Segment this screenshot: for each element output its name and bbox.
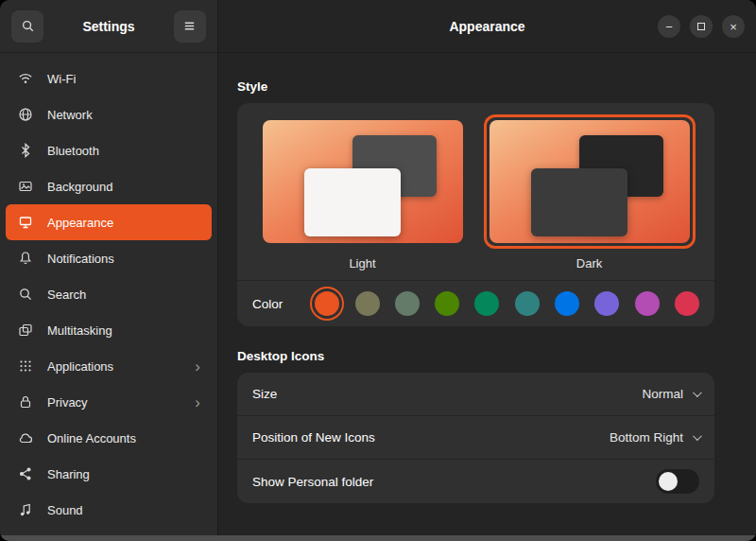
sidebar-item-label: Network: [47, 108, 93, 122]
sidebar-item-label: Sound: [47, 503, 83, 517]
minimize-button[interactable]: −: [658, 15, 680, 38]
position-label: Position of New Icons: [252, 430, 375, 445]
sidebar-item-label: Sharing: [47, 467, 90, 481]
sidebar-item-privacy[interactable]: Privacy ›: [6, 384, 212, 420]
accent-swatch-magenta[interactable]: [635, 291, 660, 316]
position-dropdown[interactable]: Bottom Right: [610, 430, 699, 445]
lock-icon: [17, 393, 34, 410]
preview-front-window: [531, 168, 627, 237]
position-value: Bottom Right: [610, 430, 683, 445]
accent-swatch-olive[interactable]: [435, 291, 459, 316]
sidebar-title: Settings: [82, 19, 134, 34]
light-theme-label: Light: [349, 256, 375, 270]
size-row: Size Normal: [237, 373, 714, 416]
accent-swatch-orange[interactable]: [315, 291, 339, 316]
sidebar-item-label: Privacy: [47, 395, 88, 410]
theme-tile-dark-frame: [484, 114, 696, 249]
sidebar-header: Settings: [0, 0, 217, 53]
chevron-right-icon: ›: [195, 394, 200, 410]
dark-theme-label: Dark: [576, 256, 602, 270]
sidebar-item-label: Notifications: [47, 252, 114, 266]
personal-folder-row: Show Personal folder: [237, 460, 714, 503]
position-row: Position of New Icons Bottom Right: [237, 416, 714, 460]
sidebar-item-label: Applications: [47, 359, 113, 374]
network-icon: [17, 106, 34, 123]
search-button[interactable]: [11, 10, 43, 43]
bluetooth-icon: [17, 142, 34, 159]
dark-theme-preview: [490, 120, 690, 243]
theme-tile-light[interactable]: Light: [257, 114, 469, 280]
music-note-icon: [17, 501, 34, 518]
sidebar-item-bluetooth[interactable]: Bluetooth: [6, 132, 212, 168]
size-value: Normal: [642, 387, 683, 401]
window-controls: − ×: [658, 0, 745, 53]
sidebar-item-online-accounts[interactable]: Online Accounts: [6, 420, 212, 456]
theme-tile-light-frame: [257, 114, 469, 249]
page-title: Appearance: [449, 19, 524, 34]
sidebar-list: Wi-Fi Network Bluetooth Background: [0, 53, 217, 528]
sidebar-item-label: Bluetooth: [47, 144, 99, 158]
content-pane: Appearance − × Style: [218, 0, 756, 541]
appearance-icon: [17, 214, 34, 231]
sidebar-item-applications[interactable]: Applications ›: [6, 348, 212, 384]
accent-swatch-prussian-green[interactable]: [515, 291, 540, 316]
sidebar-item-label: Wi-Fi: [47, 72, 76, 86]
sidebar-item-label: Multitasking: [47, 323, 112, 338]
size-dropdown[interactable]: Normal: [642, 387, 699, 401]
theme-tile-dark[interactable]: Dark: [484, 114, 696, 280]
sidebar-item-wifi[interactable]: Wi-Fi: [6, 61, 212, 96]
accent-swatch-sage[interactable]: [395, 291, 420, 316]
close-button[interactable]: ×: [722, 15, 745, 38]
share-icon: [17, 465, 34, 482]
style-section-heading: Style: [237, 79, 714, 94]
desktop-icons-heading: Desktop Icons: [237, 349, 714, 363]
personal-folder-toggle[interactable]: [656, 469, 699, 494]
chevron-down-icon: [693, 388, 702, 397]
sidebar-item-label: Online Accounts: [47, 431, 136, 445]
color-label: Color: [252, 297, 283, 311]
multitasking-icon: [17, 322, 34, 339]
minimize-icon: −: [665, 21, 673, 33]
search-icon: [19, 18, 36, 35]
window-bottom-edge: [0, 535, 756, 541]
menu-button[interactable]: [174, 10, 206, 43]
desktop-icons-card: Size Normal Position of New Icons Bottom…: [237, 373, 714, 503]
accent-swatch-purple[interactable]: [594, 291, 619, 316]
accent-swatches: [315, 291, 699, 316]
accent-color-row: Color: [237, 281, 714, 326]
hamburger-icon: [181, 18, 198, 35]
bell-icon: [17, 250, 34, 267]
accent-swatch-bark[interactable]: [355, 291, 380, 316]
sidebar-item-search[interactable]: Search: [6, 276, 212, 312]
cloud-icon: [17, 429, 34, 446]
main-scroll-area: Style Light: [218, 53, 756, 503]
accent-swatch-viridian[interactable]: [474, 291, 499, 316]
sidebar-item-notifications[interactable]: Notifications: [6, 240, 212, 276]
sidebar-item-label: Appearance: [47, 216, 113, 230]
sidebar-item-appearance[interactable]: Appearance: [6, 204, 212, 240]
preview-front-window: [304, 168, 401, 237]
close-icon: ×: [730, 21, 737, 33]
accent-swatch-red[interactable]: [675, 291, 699, 316]
sidebar-item-network[interactable]: Network: [6, 96, 212, 132]
search-icon: [17, 286, 34, 303]
sidebar-item-label: Search: [47, 288, 86, 302]
settings-window: Settings Wi-Fi Network: [0, 0, 756, 541]
style-card: Light Dark Color: [237, 103, 714, 326]
sidebar-item-multitasking[interactable]: Multitasking: [6, 312, 212, 348]
sidebar-item-label: Background: [47, 180, 112, 194]
wifi-icon: [17, 70, 34, 87]
chevron-down-icon: [693, 431, 702, 441]
accent-swatch-blue[interactable]: [555, 291, 579, 316]
sidebar-item-background[interactable]: Background: [6, 168, 212, 204]
sidebar-item-sound[interactable]: Sound: [6, 492, 212, 528]
toggle-knob: [659, 472, 678, 491]
light-theme-preview: [263, 120, 463, 243]
maximize-icon: [697, 23, 705, 30]
maximize-button[interactable]: [690, 15, 713, 38]
background-icon: [17, 178, 34, 195]
personal-folder-label: Show Personal folder: [252, 475, 373, 489]
size-label: Size: [252, 387, 277, 401]
content-header: Appearance − ×: [218, 0, 756, 53]
sidebar-item-sharing[interactable]: Sharing: [6, 456, 212, 492]
